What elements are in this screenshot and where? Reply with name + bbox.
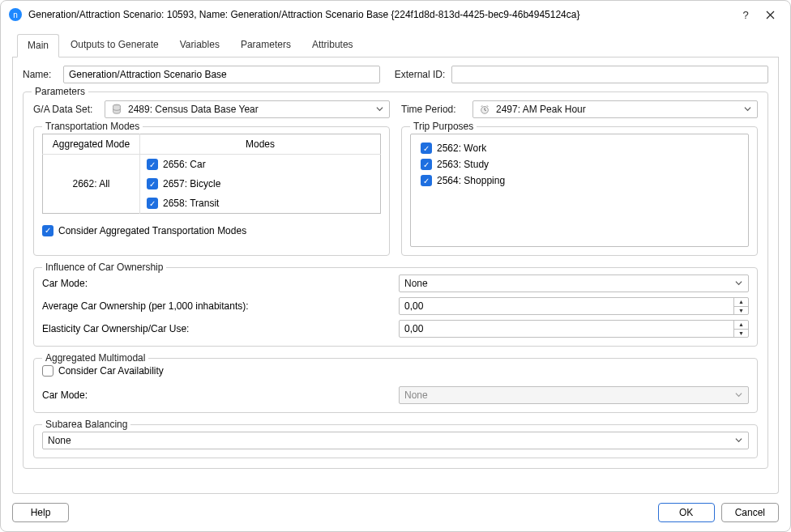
external-id-label: External ID:: [395, 69, 446, 80]
car-mode-row: Car Mode: None: [42, 275, 749, 292]
tab-parameters[interactable]: Parameters: [231, 34, 301, 57]
chevron-down-icon: [733, 391, 745, 400]
agg-car-mode-label: Car Mode:: [42, 389, 399, 401]
titlebar: n Generation/Attraction Scenario: 10593,…: [1, 1, 790, 28]
parameters-legend: Parameters: [32, 86, 88, 97]
dataset-value: 2489: Census Data Base Year: [128, 104, 369, 115]
check-icon: ✓: [147, 198, 158, 209]
trip-label: 2562: Work: [437, 143, 486, 154]
check-icon: ✓: [421, 143, 432, 154]
tab-bar: Main Outputs to Generate Variables Param…: [12, 33, 779, 57]
tab-variables[interactable]: Variables: [170, 34, 229, 57]
clock-icon: [478, 103, 491, 116]
checkbox-icon: [42, 365, 53, 377]
agg-car-mode-row: Car Mode: None: [42, 386, 749, 404]
aggregated-multimodal-legend: Aggregated Multimodal: [42, 352, 148, 364]
dataset-select[interactable]: 2489: Census Data Base Year: [105, 100, 390, 118]
transportation-modes-legend: Transportation Modes: [42, 121, 143, 132]
app-icon: n: [9, 8, 22, 21]
transportation-modes-group: Transportation Modes Aggregated Mode Mod…: [33, 126, 390, 256]
avg-ownership-row: Average Car Ownership (per 1,000 inhabit…: [42, 297, 749, 315]
tab-attributes[interactable]: Attributes: [302, 34, 363, 57]
trip-label: 2564: Shopping: [437, 175, 505, 186]
car-mode-select[interactable]: None: [399, 275, 749, 292]
chevron-down-icon: [742, 105, 754, 114]
table-header-aggregated: Aggregated Mode: [43, 134, 140, 155]
car-ownership-group: Influence of Car Ownership Car Mode: Non…: [33, 267, 758, 347]
trip-checkbox-shopping[interactable]: ✓ 2564: Shopping: [421, 175, 738, 186]
subarea-select[interactable]: None: [42, 432, 749, 449]
avg-ownership-label: Average Car Ownership (per 1,000 inhabit…: [42, 300, 399, 312]
subarea-balancing-legend: Subarea Balancing: [42, 419, 130, 430]
check-icon: ✓: [42, 225, 53, 236]
parameters-group: Parameters G/A Data Set: 2489: Census Da…: [23, 92, 768, 469]
avg-ownership-input[interactable]: [400, 298, 733, 314]
tab-outputs[interactable]: Outputs to Generate: [61, 34, 169, 57]
external-id-input[interactable]: [451, 66, 768, 83]
tab-main[interactable]: Main: [17, 34, 59, 57]
elasticity-label: Elasticity Car Ownership/Car Use:: [42, 323, 399, 334]
check-icon: ✓: [421, 175, 432, 186]
name-row: Name: External ID:: [23, 66, 768, 83]
modes-trips-row: Transportation Modes Aggregated Mode Mod…: [33, 121, 758, 256]
spinner-up-icon[interactable]: ▲: [734, 321, 748, 330]
table-header-modes: Modes: [140, 134, 381, 155]
help-icon[interactable]: ?: [733, 2, 758, 27]
chevron-down-icon: [374, 105, 386, 114]
spinner-buttons[interactable]: ▲▼: [733, 321, 748, 337]
trip-purposes-legend: Trip Purposes: [410, 121, 477, 132]
subarea-balancing-group: Subarea Balancing None: [33, 424, 758, 458]
elasticity-input[interactable]: [400, 321, 733, 337]
mode-label: 2658: Transit: [163, 198, 219, 209]
consider-car-availability-label: Consider Car Availability: [58, 365, 164, 377]
aggregated-mode-cell: 2662: All: [43, 155, 140, 214]
consider-aggregated-label: Consider Aggregated Transportation Modes: [58, 225, 246, 236]
trip-label: 2563: Study: [437, 159, 489, 170]
timeperiod-label: Time Period:: [401, 104, 466, 115]
help-button[interactable]: Help: [12, 503, 69, 522]
table-header-row: Aggregated Mode Modes: [43, 134, 381, 155]
avg-ownership-spinner[interactable]: ▲▼: [399, 297, 749, 315]
cancel-button[interactable]: Cancel: [721, 503, 779, 522]
trip-purposes-list[interactable]: ✓ 2562: Work ✓ 2563: Study ✓ 2564: Shopp…: [410, 134, 749, 247]
mode-label: 2656: Car: [163, 159, 206, 170]
consider-car-availability-checkbox[interactable]: Consider Car Availability: [42, 365, 164, 377]
trip-purposes-group: Trip Purposes ✓ 2562: Work ✓ 2563: Study: [401, 126, 758, 256]
main-panel: Name: External ID: Parameters G/A Data S…: [12, 57, 779, 494]
spinner-buttons[interactable]: ▲▼: [733, 298, 748, 314]
table-row: 2662: All ✓ 2656: Car: [43, 155, 381, 214]
check-icon: ✓: [147, 178, 158, 189]
check-icon: ✓: [421, 159, 432, 170]
database-icon: [110, 103, 123, 116]
dataset-label: G/A Data Set:: [33, 104, 98, 115]
elasticity-spinner[interactable]: ▲▼: [399, 320, 749, 338]
timeperiod-value: 2497: AM Peak Hour: [496, 104, 737, 115]
car-mode-label: Car Mode:: [42, 278, 399, 289]
spinner-down-icon[interactable]: ▼: [734, 307, 748, 315]
chevron-down-icon: [733, 436, 745, 445]
name-label: Name:: [23, 69, 57, 80]
car-mode-value: None: [404, 278, 728, 289]
dialog-footer: Help OK Cancel: [1, 494, 790, 531]
check-icon: ✓: [147, 159, 158, 170]
trip-checkbox-work[interactable]: ✓ 2562: Work: [421, 143, 738, 154]
mode-label: 2657: Bicycle: [163, 178, 220, 189]
mode-checkbox-car[interactable]: ✓ 2656: Car: [147, 159, 374, 170]
agg-car-mode-value: None: [404, 389, 728, 401]
mode-checkbox-transit[interactable]: ✓ 2658: Transit: [147, 198, 374, 209]
spinner-down-icon[interactable]: ▼: [734, 330, 748, 338]
subarea-value: None: [48, 435, 728, 446]
ok-button[interactable]: OK: [658, 503, 715, 522]
car-ownership-legend: Influence of Car Ownership: [42, 262, 166, 273]
close-icon[interactable]: [758, 2, 782, 27]
aggregated-multimodal-group: Aggregated Multimodal Consider Car Avail…: [33, 358, 758, 413]
consider-aggregated-checkbox[interactable]: ✓ Consider Aggregated Transportation Mod…: [42, 225, 246, 236]
trip-checkbox-study[interactable]: ✓ 2563: Study: [421, 159, 738, 170]
name-input[interactable]: [63, 66, 380, 83]
modes-cell: ✓ 2656: Car ✓ 2657: Bicycle: [140, 155, 381, 214]
window-title: Generation/Attraction Scenario: 10593, N…: [28, 9, 733, 20]
chevron-down-icon: [733, 279, 745, 288]
mode-checkbox-bicycle[interactable]: ✓ 2657: Bicycle: [147, 178, 374, 189]
spinner-up-icon[interactable]: ▲: [734, 298, 748, 307]
timeperiod-select[interactable]: 2497: AM Peak Hour: [472, 100, 758, 118]
